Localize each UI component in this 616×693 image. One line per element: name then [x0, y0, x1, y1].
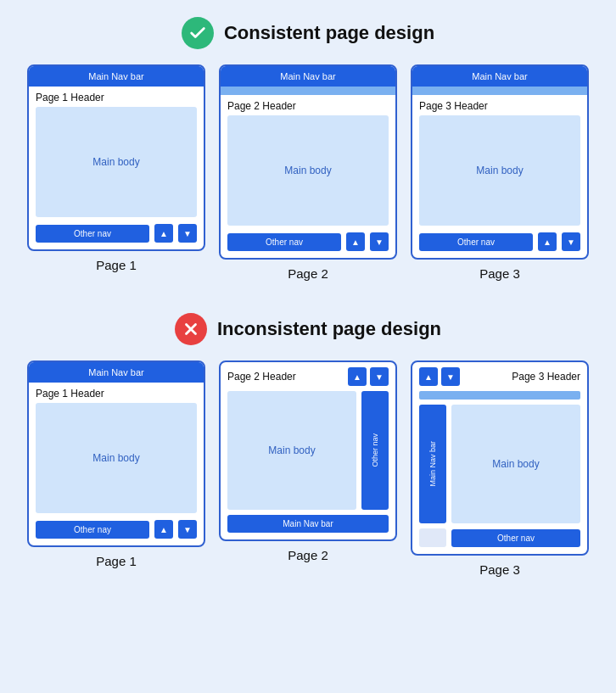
inc-p1-footer: Other nay ▲ ▼ — [29, 520, 204, 545]
inc-p3-footer-row: Other nav — [419, 528, 580, 547]
inc-p1-navbar: Main Nav bar — [29, 362, 204, 383]
consistent-p1-label: Page 1 — [96, 258, 137, 272]
inconsistent-section: Inconsistent page design Main Nav bar Pa… — [17, 313, 599, 577]
inc-p2-bottom-bar: Main Nav bar — [227, 515, 389, 533]
inc-p3-other-nav: Other nav — [451, 529, 580, 547]
p2-subbar — [221, 87, 395, 95]
p1-header: Page 1 Header — [29, 87, 204, 107]
inc-p3-down-btn[interactable]: ▼ — [441, 367, 460, 386]
p3-header: Page 3 Header — [412, 95, 587, 115]
p3-subbar — [412, 87, 587, 95]
consistent-page-2-wireframe: Main Nav bar Page 2 Header Main body Oth… — [219, 64, 397, 260]
inconsistent-p2-label: Page 2 — [288, 548, 328, 562]
inc-p3-btn-group: ▲ ▼ — [419, 367, 460, 386]
inc-p3-side-navbar: Main Nav bar — [419, 405, 446, 523]
p1-navbar: Main Nav bar — [29, 66, 204, 87]
inconsistent-page-3-wireframe: ▲ ▼ Page 3 Header Main Nav bar Main body… — [411, 360, 589, 556]
inc-p2-top-row: Page 2 Header ▲ ▼ — [221, 362, 395, 391]
p2-body: Main body — [227, 115, 389, 226]
p3-body: Main body — [419, 115, 580, 226]
p3-other-nav: Other nav — [419, 233, 533, 251]
consistent-page-1-col: Main Nav bar Page 1 Header Main body Oth… — [27, 64, 205, 281]
p2-down-btn[interactable]: ▼ — [370, 232, 389, 251]
consistent-page-3-col: Main Nav bar Page 3 Header Main body Oth… — [411, 64, 589, 281]
inconsistent-pages-row: Main Nav bar Page 1 Header Main body Oth… — [17, 360, 599, 577]
inc-p1-up-btn[interactable]: ▲ — [154, 520, 173, 539]
inc-p2-side-nav: Other nav — [361, 391, 389, 510]
consistent-page-1-wireframe: Main Nav bar Page 1 Header Main body Oth… — [27, 64, 205, 251]
p1-footer: Other nav ▲ ▼ — [29, 224, 204, 249]
consistent-title-row: Consistent page design — [17, 17, 599, 49]
p1-body: Main body — [36, 107, 197, 217]
inc-p3-body-row: Main Nav bar Main body — [419, 405, 580, 523]
inc-p2-body-row: Main body Other nav — [227, 391, 389, 510]
inconsistent-p3-label: Page 3 — [479, 562, 520, 577]
p3-down-btn[interactable]: ▼ — [562, 232, 580, 251]
inc-p3-header: Page 3 Header — [467, 371, 580, 383]
p3-footer: Other nav ▲ ▼ — [412, 232, 587, 258]
inconsistent-title-row: Inconsistent page design — [17, 313, 599, 345]
inc-p3-up-btn[interactable]: ▲ — [419, 367, 438, 386]
consistent-p2-label: Page 2 — [288, 266, 328, 281]
inc-p1-body: Main body — [36, 403, 197, 513]
inc-p1-down-btn[interactable]: ▼ — [178, 520, 197, 539]
inc-p2-header: Page 2 Header — [227, 371, 341, 383]
p2-other-nav: Other nav — [227, 233, 341, 251]
p3-navbar: Main Nav bar — [412, 66, 587, 87]
p2-navbar: Main Nav bar — [221, 66, 395, 87]
inc-p2-up-btn[interactable]: ▲ — [348, 367, 367, 386]
p3-up-btn[interactable]: ▲ — [538, 232, 557, 251]
checkmark-icon — [182, 17, 214, 49]
inc-p2-btn-group: ▲ ▼ — [348, 367, 389, 386]
consistent-section: Consistent page design Main Nav bar Page… — [17, 17, 599, 281]
p1-down-btn[interactable]: ▼ — [178, 224, 197, 243]
inconsistent-page-3-col: ▲ ▼ Page 3 Header Main Nav bar Main body… — [411, 360, 589, 577]
p2-up-btn[interactable]: ▲ — [346, 232, 365, 251]
inconsistent-page-1-wireframe: Main Nav bar Page 1 Header Main body Oth… — [27, 360, 205, 547]
inc-p3-subbar — [419, 391, 580, 400]
inc-p3-footer-spacer — [419, 528, 446, 547]
consistent-page-3-wireframe: Main Nav bar Page 3 Header Main body Oth… — [411, 64, 589, 260]
consistent-pages-row: Main Nav bar Page 1 Header Main body Oth… — [17, 64, 599, 281]
inc-p1-header: Page 1 Header — [29, 383, 204, 403]
inconsistent-page-2-wireframe: Page 2 Header ▲ ▼ Main body Other nav Ma… — [219, 360, 397, 541]
p1-up-btn[interactable]: ▲ — [154, 224, 173, 243]
consistent-p3-label: Page 3 — [479, 266, 520, 281]
inc-p2-down-btn[interactable]: ▼ — [370, 367, 389, 386]
inc-p3-top-row: ▲ ▼ Page 3 Header — [412, 362, 587, 391]
p2-header: Page 2 Header — [221, 95, 395, 115]
inconsistent-page-1-col: Main Nav bar Page 1 Header Main body Oth… — [27, 360, 205, 577]
inc-p3-body: Main body — [451, 405, 580, 523]
inconsistent-page-2-col: Page 2 Header ▲ ▼ Main body Other nav Ma… — [219, 360, 397, 577]
inconsistent-heading: Inconsistent page design — [217, 318, 441, 340]
inconsistent-p1-label: Page 1 — [96, 554, 137, 568]
consistent-page-2-col: Main Nav bar Page 2 Header Main body Oth… — [219, 64, 397, 281]
inc-p2-body: Main body — [227, 391, 356, 510]
cross-icon — [175, 313, 207, 345]
p1-other-nav: Other nav — [36, 225, 149, 243]
p2-footer: Other nav ▲ ▼ — [221, 232, 395, 258]
consistent-heading: Consistent page design — [224, 22, 434, 44]
inc-p1-other-nav: Other nay — [36, 521, 149, 539]
